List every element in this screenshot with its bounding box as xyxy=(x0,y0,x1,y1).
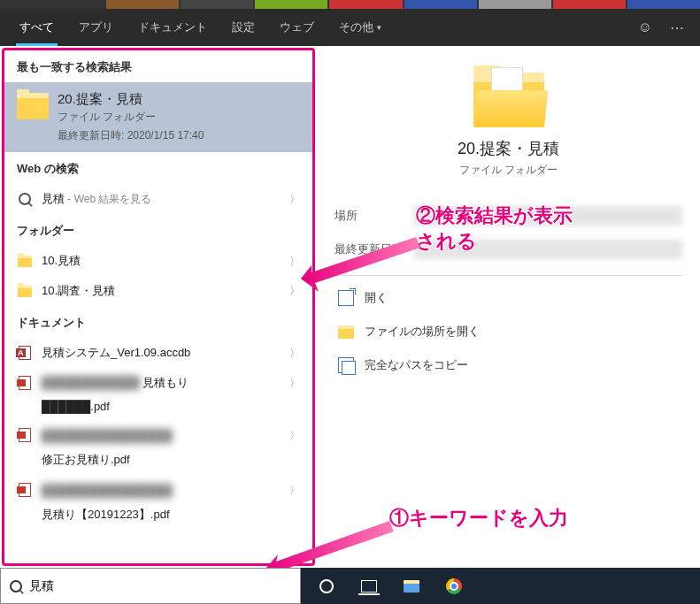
tab-more[interactable]: その他▾ xyxy=(327,9,394,46)
tab-label: ウェブ xyxy=(280,19,314,35)
folder-result-item[interactable]: 10.見積 〉 xyxy=(4,246,312,276)
web-query: 見積 xyxy=(42,192,65,205)
taskview-icon xyxy=(361,580,377,593)
folder-icon-large xyxy=(473,73,544,127)
chevron-right-icon: 〉 xyxy=(289,346,300,361)
circle-icon xyxy=(319,579,334,593)
action-open-location[interactable]: ファイルの場所を開く xyxy=(335,315,682,348)
chevron-right-icon: 〉 xyxy=(289,428,300,443)
taskbar xyxy=(301,568,700,604)
action-copy-path[interactable]: 完全なパスをコピー xyxy=(335,348,682,382)
document-result-item[interactable]: ████████████████ 〉 修正お見積り.pdf xyxy=(4,420,312,475)
pdf-file-icon xyxy=(19,376,31,390)
tab-documents[interactable]: ドキュメント xyxy=(126,9,219,46)
search-input[interactable] xyxy=(29,579,291,593)
document-result-item[interactable]: ████████████ 見積もり 〉 ██████.pdf xyxy=(4,368,312,420)
redacted-text: ████████████ xyxy=(42,376,140,389)
explorer-button[interactable] xyxy=(391,568,432,604)
chevron-right-icon: 〉 xyxy=(289,192,300,207)
web-search-item[interactable]: 見積 - Web 結果を見る 〉 xyxy=(4,184,312,214)
tab-label: すべて xyxy=(19,19,54,35)
detail-type: ファイル フォルダー xyxy=(335,163,682,178)
tab-settings[interactable]: 設定 xyxy=(219,9,267,46)
folder-location-icon xyxy=(338,325,354,339)
best-match-date: 最終更新日時: 2020/1/15 17:40 xyxy=(58,128,204,143)
detail-title: 20.提案・見積 xyxy=(335,138,682,159)
document-name: 修正お見積り.pdf xyxy=(17,452,300,468)
chevron-right-icon: 〉 xyxy=(289,376,300,391)
tab-label: ドキュメント xyxy=(138,19,207,35)
chevron-right-icon: 〉 xyxy=(289,284,300,299)
folder-icon xyxy=(18,256,32,267)
tab-label: その他 xyxy=(339,19,373,35)
redacted-text: ██████ xyxy=(42,400,90,413)
chrome-button[interactable] xyxy=(434,568,474,604)
meta-location: 場所 xyxy=(335,199,682,233)
best-match-header: 最も一致する検索結果 xyxy=(4,50,312,82)
pdf-file-icon xyxy=(19,483,31,497)
chevron-right-icon: 〉 xyxy=(289,254,300,269)
meta-key: 場所 xyxy=(335,208,414,224)
best-match-title: 20.提案・見積 xyxy=(58,91,204,108)
search-results-panel: 最も一致する検索結果 20.提案・見積 ファイル フォルダー 最終更新日時: 2… xyxy=(2,48,315,566)
pdf-file-icon xyxy=(19,428,31,442)
cortana-button[interactable] xyxy=(306,568,347,604)
folder-name: 10.見積 xyxy=(42,253,281,269)
best-match-type: ファイル フォルダー xyxy=(58,110,204,125)
window-edge-strip xyxy=(0,0,700,9)
web-search-header: Web の検索 xyxy=(4,152,312,184)
task-view-button[interactable] xyxy=(349,568,389,604)
search-filter-tabs: すべて アプリ ドキュメント 設定 ウェブ その他▾ ☺ ⋯ xyxy=(0,9,700,46)
meta-key: 最終更新日時 xyxy=(335,241,414,257)
document-name: 見積もり xyxy=(142,376,188,389)
meta-modified: 最終更新日時 xyxy=(335,233,682,266)
taskbar-area xyxy=(0,568,700,604)
redacted-value xyxy=(414,240,682,259)
action-label: 開く xyxy=(365,290,388,306)
search-box[interactable] xyxy=(0,568,301,604)
folder-icon xyxy=(18,286,32,297)
document-ext: .pdf xyxy=(90,400,110,413)
chrome-icon xyxy=(446,578,462,594)
documents-header: ドキュメント xyxy=(4,306,312,338)
folder-name: 10.調査・見積 xyxy=(42,283,281,299)
action-label: ファイルの場所を開く xyxy=(365,324,480,340)
tab-label: アプリ xyxy=(79,19,113,35)
redacted-text: ████████████████ xyxy=(42,484,172,497)
folders-header: フォルダー xyxy=(4,214,312,246)
folder-result-item[interactable]: 10.調査・見積 〉 xyxy=(4,276,312,306)
chevron-right-icon: 〉 xyxy=(289,483,300,498)
open-icon xyxy=(338,290,354,306)
copy-icon xyxy=(338,357,354,373)
action-label: 完全なパスをコピー xyxy=(365,357,468,373)
folder-icon xyxy=(17,93,49,119)
access-file-icon xyxy=(19,346,31,360)
result-detail-panel: 20.提案・見積 ファイル フォルダー 場所 最終更新日時 開く ファイルの場所… xyxy=(317,46,700,568)
tab-label: 設定 xyxy=(232,19,255,35)
search-icon xyxy=(19,193,31,205)
search-icon xyxy=(10,580,22,593)
best-match-item[interactable]: 20.提案・見積 ファイル フォルダー 最終更新日時: 2020/1/15 17… xyxy=(4,82,312,152)
web-suffix: - Web 結果を見る xyxy=(65,193,151,205)
tab-web[interactable]: ウェブ xyxy=(267,9,327,46)
document-name: 見積システム_Ver1.09.accdb xyxy=(42,345,281,361)
feedback-icon[interactable]: ☺ xyxy=(629,19,661,35)
tab-apps[interactable]: アプリ xyxy=(66,9,126,46)
document-name: 見積り【20191223】.pdf xyxy=(17,507,300,523)
more-options-icon[interactable]: ⋯ xyxy=(661,19,693,36)
redacted-text: ████████████████ xyxy=(42,429,172,442)
action-open[interactable]: 開く xyxy=(335,281,682,315)
tab-all[interactable]: すべて xyxy=(7,9,66,46)
redacted-value xyxy=(414,206,682,226)
document-result-item[interactable]: ████████████████ 〉 見積り【20191223】.pdf xyxy=(4,475,312,530)
explorer-icon xyxy=(404,580,419,593)
chevron-down-icon: ▾ xyxy=(377,23,381,32)
document-result-item[interactable]: 見積システム_Ver1.09.accdb 〉 xyxy=(4,338,312,368)
divider xyxy=(335,275,682,276)
